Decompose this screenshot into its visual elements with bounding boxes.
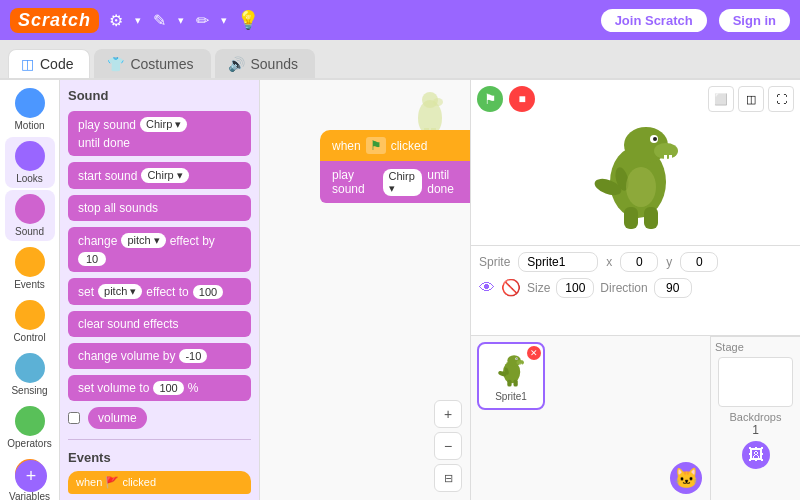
sound-label: Sound	[15, 226, 44, 237]
green-flag-button[interactable]: ⚑	[477, 86, 503, 112]
costumes-tab-icon: 👕	[107, 56, 124, 72]
control-label: Control	[13, 332, 45, 343]
sounds-tab-icon: 🔊	[228, 56, 245, 72]
main-area: Motion Looks Sound Events Control Sensin…	[0, 80, 800, 500]
edit-icon[interactable]: ✎	[153, 11, 166, 30]
stage-fullscreen-btn[interactable]: ⛶	[768, 86, 794, 112]
stop-button[interactable]: ■	[509, 86, 535, 112]
block-set-volume[interactable]: set volume to 100 %	[68, 375, 251, 401]
svg-rect-20	[520, 364, 521, 366]
settings-icon[interactable]: ⚙	[109, 11, 123, 30]
sensing-dot	[15, 353, 45, 383]
canvas-block-group-1: when ⚑ clicked play sound Chirp ▾ until …	[320, 130, 470, 203]
add-backdrop-button[interactable]: 🖼	[742, 441, 770, 469]
sensing-label: Sensing	[11, 385, 47, 396]
svg-point-4	[433, 98, 443, 106]
canvas-when-flag-block[interactable]: when ⚑ clicked	[320, 130, 470, 161]
sidebar-item-events[interactable]: Events	[5, 243, 55, 294]
block-start-sound[interactable]: start sound Chirp ▾	[68, 162, 251, 189]
code-canvas[interactable]: when ⚑ clicked play sound Chirp ▾ until …	[260, 80, 470, 500]
sprite-list: ✕ Sprite1	[471, 336, 710, 501]
flag-icon-canvas: ⚑	[366, 137, 386, 154]
dropdown-icon[interactable]: ▾	[135, 14, 141, 27]
pen-dropdown-icon[interactable]: ▾	[221, 14, 227, 27]
events-dot	[15, 247, 45, 277]
sign-in-button[interactable]: Sign in	[719, 9, 790, 32]
x-input[interactable]	[620, 252, 658, 272]
sidebar-item-sensing[interactable]: Sensing	[5, 349, 55, 400]
join-scratch-button[interactable]: Join Scratch	[601, 9, 707, 32]
sidebar-item-sound[interactable]: Sound	[5, 190, 55, 241]
svg-rect-8	[664, 155, 667, 161]
svg-point-16	[626, 167, 656, 207]
stage-mini-panel: Stage Backdrops 1 🖼	[710, 336, 800, 501]
sprite-name-input[interactable]	[518, 252, 598, 272]
sprite-thumb-label: Sprite1	[495, 391, 527, 402]
sidebar-item-control[interactable]: Control	[5, 296, 55, 347]
y-input[interactable]	[680, 252, 718, 272]
zoom-out-button[interactable]: −	[434, 432, 462, 460]
sound-section-title: Sound	[68, 88, 251, 103]
scratch-logo: Scratch	[10, 8, 99, 33]
stage-mini-label: Stage	[715, 341, 744, 353]
block-change-volume[interactable]: change volume by -10	[68, 343, 251, 369]
right-panel: ⚑ ■ ⬜ ◫ ⛶	[470, 80, 800, 500]
tab-sounds[interactable]: 🔊 Sounds	[215, 49, 315, 78]
backdrops-count: 1	[752, 423, 759, 437]
tab-costumes[interactable]: 👕 Costumes	[94, 49, 210, 78]
sidebar-item-looks[interactable]: Looks	[5, 137, 55, 188]
block-clear-effects[interactable]: clear sound effects	[68, 311, 251, 337]
block-events-start[interactable]: when 🚩 clicked	[68, 471, 251, 494]
lightbulb-icon[interactable]: 💡	[237, 9, 259, 31]
stage-toolbar: ⚑ ■	[477, 86, 535, 112]
y-label: y	[666, 255, 672, 269]
show-icon[interactable]: 👁	[479, 279, 495, 297]
when-text: when	[332, 139, 361, 153]
sprite-delete-button[interactable]: ✕	[527, 346, 541, 360]
block-change-pitch[interactable]: change pitch ▾ effect by 10	[68, 227, 251, 272]
pen-icon[interactable]: ✏	[196, 11, 209, 30]
block-stop-sounds[interactable]: stop all sounds	[68, 195, 251, 221]
hide-icon[interactable]: 🚫	[501, 278, 521, 297]
block-set-pitch[interactable]: set pitch ▾ effect to 100	[68, 278, 251, 305]
tab-code[interactable]: ◫ Code	[8, 49, 90, 78]
motion-label: Motion	[14, 120, 44, 131]
block-volume-reporter[interactable]: volume	[88, 407, 147, 429]
canvas-play-sound-block[interactable]: play sound Chirp ▾ until done	[320, 161, 470, 203]
svg-point-23	[516, 358, 517, 359]
stage-layout-btn-2[interactable]: ◫	[738, 86, 764, 112]
direction-label: Direction	[600, 281, 647, 295]
sprite-thumb-sprite1[interactable]: ✕ Sprite1	[477, 342, 545, 410]
zoom-in-button[interactable]: +	[434, 400, 462, 428]
block-play-sound[interactable]: play sound Chirp ▾ until done	[68, 111, 251, 156]
svg-rect-13	[624, 207, 638, 229]
dino-sprite	[586, 107, 686, 237]
svg-rect-9	[669, 155, 672, 161]
stage-mini-thumb[interactable]	[718, 357, 793, 407]
top-bar: Scratch ⚙ ▾ ✎ ▾ ✏ ▾ 💡 Join Scratch Sign …	[0, 0, 800, 40]
add-sprite-button[interactable]: 🐱	[670, 462, 702, 494]
sidebar-item-operators[interactable]: Operators	[5, 402, 55, 453]
sound-dot	[15, 194, 45, 224]
sidebar-item-motion[interactable]: Motion	[5, 84, 55, 135]
direction-input[interactable]	[654, 278, 692, 298]
variables-label: Variables	[9, 491, 50, 500]
volume-checkbox[interactable]	[68, 412, 80, 424]
edit-dropdown-icon[interactable]: ▾	[178, 14, 184, 27]
sprite-thumb-img	[491, 349, 531, 389]
costumes-tab-label: Costumes	[130, 56, 193, 72]
chirp-dropdown[interactable]: Chirp ▾	[383, 169, 423, 196]
svg-rect-21	[521, 364, 522, 366]
events-section-title: Events	[68, 450, 251, 465]
backdrops-label: Backdrops	[730, 411, 782, 423]
operators-dot	[15, 406, 45, 436]
stage-layout-btn-1[interactable]: ⬜	[708, 86, 734, 112]
fit-screen-button[interactable]: ⊟	[434, 464, 462, 492]
size-input[interactable]	[556, 278, 594, 298]
events-label: Events	[14, 279, 45, 290]
stage-area: ⚑ ■ ⬜ ◫ ⛶	[471, 80, 800, 245]
tab-bar: ◫ Code 👕 Costumes 🔊 Sounds	[0, 40, 800, 80]
sprite-info: Sprite x y 👁 🚫 Size Direction	[471, 245, 800, 335]
looks-label: Looks	[16, 173, 43, 184]
add-sprite-button-area: 🐱	[670, 462, 702, 494]
